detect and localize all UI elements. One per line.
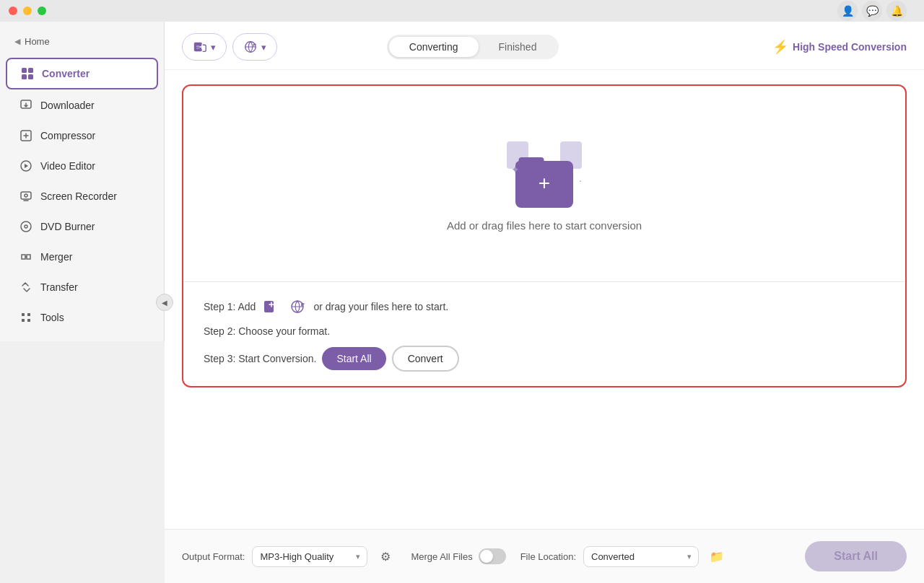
merge-toggle[interactable] xyxy=(479,548,506,564)
add-files-button[interactable]: ▾ xyxy=(182,33,227,61)
compressor-icon xyxy=(19,128,33,143)
sidebar-item-tools[interactable]: Tools xyxy=(6,303,158,332)
merge-label: Merge All Files xyxy=(411,551,472,562)
high-speed-label[interactable]: ⚡ High Speed Conversion xyxy=(772,39,907,55)
sidebar-item-screen-recorder[interactable]: Screen Recorder xyxy=(6,182,158,211)
svg-rect-1 xyxy=(28,68,33,73)
video-editor-label: Video Editor xyxy=(40,160,95,172)
output-format-label: Output Format: xyxy=(182,551,245,562)
svg-point-8 xyxy=(25,194,27,197)
merger-label: Merger xyxy=(40,251,72,263)
toolbar: ▾ ▾ Converting Finished ⚡ High Speed Con… xyxy=(165,22,924,70)
svg-rect-12 xyxy=(27,313,30,316)
convert-button[interactable]: Convert xyxy=(392,346,459,372)
home-label: Home xyxy=(25,36,50,47)
lightning-icon: ⚡ xyxy=(772,39,788,55)
svg-rect-17 xyxy=(264,301,274,312)
tab-switcher: Converting Finished xyxy=(387,35,559,59)
start-all-button[interactable]: Start All xyxy=(322,347,385,370)
sidebar: ◀ Home Converter xyxy=(0,22,165,341)
step-1-row: Step 1: Add xyxy=(204,297,885,317)
profile-icon[interactable]: 👤 xyxy=(837,1,858,21)
main-content: ▾ ▾ Converting Finished ⚡ High Speed Con… xyxy=(165,22,924,583)
sidebar-item-dvd-burner[interactable]: DVD Burner xyxy=(6,212,158,241)
step-2-label: Step 2: Choose your format. xyxy=(204,325,330,337)
output-settings-icon[interactable]: ⚙ xyxy=(375,545,396,567)
dvd-burner-label: DVD Burner xyxy=(40,221,95,232)
step-1-add-url-icon xyxy=(287,297,308,317)
close-button[interactable] xyxy=(9,6,17,15)
output-format-select[interactable]: MP3-High Quality MP4 AVI MOV xyxy=(252,546,367,567)
content-area: + ✦ · Add or drag files here to start co… xyxy=(165,70,924,529)
svg-point-10 xyxy=(25,225,27,228)
file-location-label: File Location: xyxy=(520,551,576,562)
transfer-label: Transfer xyxy=(40,281,78,293)
svg-rect-7 xyxy=(21,192,31,199)
svg-rect-3 xyxy=(28,74,33,79)
drop-zone[interactable]: + ✦ · Add or drag files here to start co… xyxy=(182,84,907,387)
tab-converting[interactable]: Converting xyxy=(389,37,479,57)
tools-icon xyxy=(19,310,33,325)
svg-rect-14 xyxy=(27,319,30,322)
folder-illustration: + ✦ · xyxy=(501,136,588,208)
transfer-icon xyxy=(19,280,33,294)
step-3-label: Step 3: Start Conversion. xyxy=(204,353,316,364)
folder-plus-icon: + xyxy=(539,173,550,193)
sidebar-item-transfer[interactable]: Transfer xyxy=(6,273,158,302)
converter-label: Converter xyxy=(42,68,90,79)
add-url-chevron: ▾ xyxy=(261,42,266,53)
sidebar-item-converter[interactable]: Converter xyxy=(6,58,158,89)
sparkle-icon-1: ✦ xyxy=(511,164,520,175)
toggle-thumb xyxy=(480,550,493,563)
dvd-burner-icon xyxy=(19,219,33,234)
step-1-add-files-icon xyxy=(261,297,282,317)
step-3-row: Step 3: Start Conversion. Start All Conv… xyxy=(204,346,885,372)
step-1-suffix: or drag your files here to start. xyxy=(313,301,448,312)
output-format-field: Output Format: MP3-High Quality MP4 AVI … xyxy=(182,545,396,567)
downloader-icon xyxy=(19,98,33,113)
collapse-sidebar-button[interactable]: ◀ xyxy=(156,294,173,311)
drop-zone-upper[interactable]: + ✦ · Add or drag files here to start co… xyxy=(183,86,905,282)
file-location-select-wrapper: Converted Downloads Desktop xyxy=(583,546,699,567)
sidebar-item-merger[interactable]: Merger xyxy=(6,242,158,271)
notification-icon[interactable]: 🔔 xyxy=(886,1,907,21)
video-editor-icon xyxy=(19,159,33,173)
svg-rect-0 xyxy=(22,68,27,73)
add-url-button[interactable]: ▾ xyxy=(232,33,277,61)
tools-label: Tools xyxy=(40,312,64,323)
output-format-select-wrapper: MP3-High Quality MP4 AVI MOV xyxy=(252,546,367,567)
chat-icon[interactable]: 💬 xyxy=(862,1,882,21)
sidebar-item-downloader[interactable]: Downloader xyxy=(6,91,158,120)
sidebar-item-video-editor[interactable]: Video Editor xyxy=(6,152,158,180)
svg-rect-13 xyxy=(22,319,25,322)
svg-point-9 xyxy=(21,222,31,232)
sidebar-item-compressor[interactable]: Compressor xyxy=(6,121,158,150)
merge-all-files-field: Merge All Files xyxy=(411,548,505,564)
svg-rect-2 xyxy=(22,74,27,79)
drop-zone-lower: Step 1: Add xyxy=(183,282,905,386)
maximize-button[interactable] xyxy=(38,6,46,15)
converter-icon xyxy=(20,66,35,81)
tab-finished[interactable]: Finished xyxy=(479,37,557,57)
merger-icon xyxy=(19,250,33,264)
svg-rect-11 xyxy=(22,313,25,316)
high-speed-text: High Speed Conversion xyxy=(793,41,907,53)
start-all-large-button[interactable]: Start All xyxy=(805,541,907,571)
sparkle-icon-2: · xyxy=(579,175,582,186)
compressor-label: Compressor xyxy=(40,130,95,141)
drop-instruction-text: Add or drag files here to start conversi… xyxy=(447,219,642,232)
bottom-bar: Output Format: MP3-High Quality MP4 AVI … xyxy=(165,529,924,583)
add-files-chevron: ▾ xyxy=(211,42,216,53)
back-arrow-icon: ◀ xyxy=(14,37,20,46)
step-2-row: Step 2: Choose your format. xyxy=(204,325,885,337)
file-location-select[interactable]: Converted Downloads Desktop xyxy=(583,546,699,567)
title-bar: 👤 💬 🔔 xyxy=(0,0,924,22)
minimize-button[interactable] xyxy=(23,6,32,15)
file-location-browse-icon[interactable]: 📁 xyxy=(706,545,728,567)
system-icons: 👤 💬 🔔 xyxy=(837,1,915,21)
home-link[interactable]: ◀ Home xyxy=(0,30,164,57)
sidebar-wrapper: ◀ Home Converter xyxy=(0,22,165,583)
file-location-field: File Location: Converted Downloads Deskt… xyxy=(520,545,728,567)
step-1-label: Step 1: Add xyxy=(204,301,256,312)
screen-recorder-icon xyxy=(19,189,33,203)
